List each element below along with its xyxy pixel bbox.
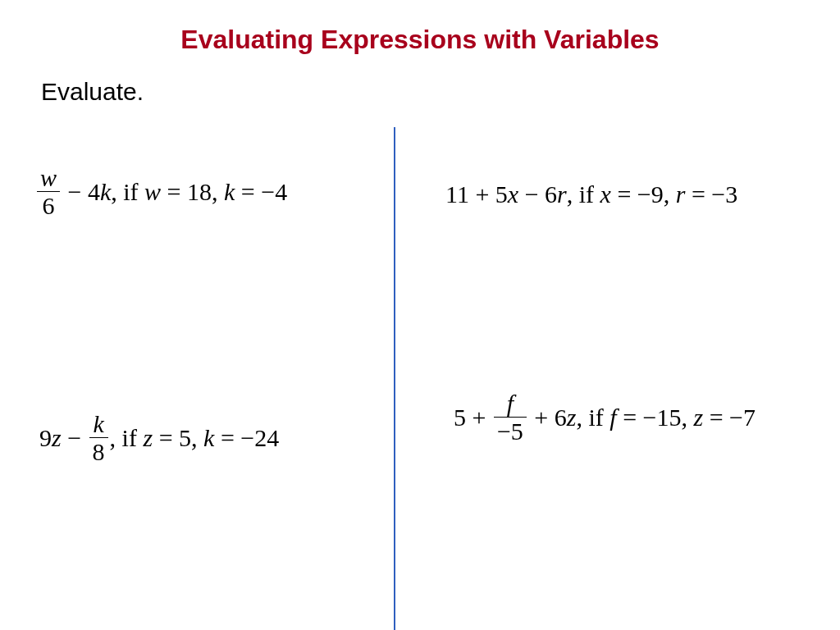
cond1-value: = −15 bbox=[617, 404, 682, 431]
problem-3: 9z − k 8 , if z = 5, k = −24 bbox=[39, 410, 279, 465]
expr-mid: − bbox=[62, 424, 88, 451]
condition-intro: , if bbox=[567, 180, 600, 208]
fraction: w 6 bbox=[37, 164, 60, 219]
cond1-value: = −9 bbox=[611, 180, 664, 208]
condition-intro: , if bbox=[110, 424, 144, 451]
expr-mid: − 6 bbox=[518, 180, 557, 208]
problem-1: w 6 − 4k, if w = 18, k = −4 bbox=[35, 164, 287, 219]
cond-separator: , bbox=[681, 404, 693, 431]
cond2-value: = −4 bbox=[235, 178, 287, 205]
cond2-value: = −7 bbox=[703, 404, 756, 431]
column-divider bbox=[394, 127, 395, 630]
expr-lead: 11 + 5 bbox=[445, 180, 508, 208]
expr-lead: 9 bbox=[39, 424, 52, 451]
fraction-numerator: k bbox=[89, 410, 108, 438]
cond2-value: = −3 bbox=[685, 180, 737, 208]
fraction: k 8 bbox=[89, 410, 108, 465]
expr-after-frac: + 6 bbox=[528, 404, 567, 431]
condition-intro: , if bbox=[576, 404, 609, 431]
variable-z2: z bbox=[143, 424, 153, 451]
variable-f: f bbox=[609, 404, 616, 431]
fraction-denominator: 6 bbox=[37, 192, 60, 219]
variable-z: z bbox=[567, 404, 577, 431]
instruction-text: Evaluate. bbox=[41, 78, 144, 106]
page-title: Evaluating Expressions with Variables bbox=[0, 25, 840, 55]
cond-separator: , bbox=[664, 180, 676, 208]
expr-text: − 4 bbox=[62, 178, 100, 205]
cond-separator: , bbox=[212, 178, 224, 205]
fraction-denominator: 8 bbox=[89, 438, 108, 465]
variable-x2: x bbox=[600, 180, 611, 208]
variable-k: k bbox=[203, 424, 214, 451]
worksheet-page: Evaluating Expressions with Variables Ev… bbox=[0, 0, 840, 630]
variable-w: w bbox=[144, 178, 161, 205]
problem-4: 5 + f −5 + 6z, if f = −15, z = −7 bbox=[454, 390, 756, 445]
variable-k: k bbox=[100, 178, 111, 205]
variable-z2: z bbox=[693, 404, 703, 431]
fraction-denominator: −5 bbox=[494, 418, 527, 445]
variable-x: x bbox=[508, 180, 518, 208]
variable-r: r bbox=[557, 180, 567, 208]
fraction-numerator: f bbox=[494, 390, 527, 418]
variable-r2: r bbox=[676, 180, 686, 208]
cond1-value: = 5 bbox=[153, 424, 191, 451]
fraction: f −5 bbox=[494, 390, 527, 445]
problem-2: 11 + 5x − 6r, if x = −9, r = −3 bbox=[445, 180, 737, 208]
variable-k2: k bbox=[224, 178, 235, 205]
variable-z: z bbox=[52, 424, 62, 451]
fraction-numerator: w bbox=[37, 164, 60, 192]
condition-intro: , if bbox=[111, 178, 144, 205]
cond1-value: = 18 bbox=[161, 178, 212, 205]
cond2-value: = −24 bbox=[214, 424, 279, 451]
cond-separator: , bbox=[191, 424, 203, 451]
expr-lead: 5 + bbox=[454, 404, 492, 431]
